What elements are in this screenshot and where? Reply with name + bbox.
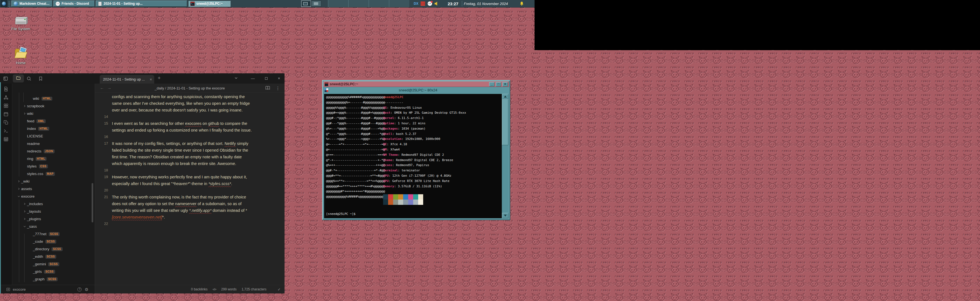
maximize-button[interactable]: □	[496, 82, 501, 86]
panel-handle[interactable]	[8, 1, 10, 6]
editor-paragraph[interactable]: 20	[95, 187, 285, 194]
tree-folder-row[interactable]: _plugins	[12, 215, 95, 223]
panel-left-icon[interactable]	[3, 75, 9, 82]
clock-time[interactable]: 23:27	[448, 0, 458, 7]
chevron-right-icon[interactable]	[23, 218, 27, 221]
settings-gear-icon[interactable]: ⚙	[84, 287, 88, 291]
editor-paragraph[interactable]: 17It was none of my config files, settin…	[95, 140, 285, 167]
workspace-pager[interactable]	[301, 0, 321, 7]
vault-name[interactable]: exocore	[13, 287, 25, 291]
tab-close-icon[interactable]: ×	[150, 77, 152, 82]
tree-file-row[interactable]: readme	[12, 140, 95, 147]
tree-file-row[interactable]: LICENSE	[12, 132, 95, 140]
red-grid-icon[interactable]	[421, 2, 425, 6]
terminal-screen[interactable]: @@@@@@@@@@@@%######%@@@@@@@@@@@@ @@@@@@@…	[324, 94, 502, 218]
backlink-count[interactable]: 0 backlinks	[191, 287, 207, 291]
volume-icon[interactable]	[434, 2, 439, 6]
tree-file-row[interactable]: _directorySCSS	[12, 245, 95, 253]
tree-file-row[interactable]: redirectsJSON	[12, 147, 95, 155]
scroll-down-arrow-icon[interactable]	[502, 213, 508, 218]
search-icon[interactable]	[26, 75, 32, 82]
close-button[interactable]: ✕	[503, 82, 508, 86]
cards-icon[interactable]	[3, 103, 9, 109]
terminator-grid-icon[interactable]	[325, 88, 328, 92]
tree-file-row[interactable]: wikiHTML	[12, 95, 95, 102]
file-explorer-scrollbar[interactable]	[92, 183, 93, 223]
maximize-button[interactable]	[263, 76, 269, 81]
tab-list-chevron-icon[interactable]	[233, 76, 239, 82]
chevron-right-icon[interactable]	[17, 187, 21, 191]
minimize-button[interactable]: _	[489, 82, 495, 86]
chevron-down-icon[interactable]	[23, 225, 27, 228]
note-tab[interactable]: 2024-11-01 - Setting up ... ×	[100, 75, 154, 83]
clock-date[interactable]: Freitag, 01 November 2024	[464, 0, 508, 7]
breadcrumb[interactable]: _daily / 2024-11-01 - Setting up the exo…	[95, 83, 285, 93]
scroll-up-arrow-icon[interactable]	[502, 94, 508, 99]
tree-file-row[interactable]: ringHTML	[12, 155, 95, 162]
tree-file-row[interactable]: _codeSCSS	[12, 238, 95, 245]
applications-menu-button[interactable]	[0, 0, 7, 7]
editor-paragraph[interactable]: 22	[95, 221, 285, 227]
chevron-right-icon[interactable]	[23, 210, 27, 213]
close-button[interactable]: ×	[276, 76, 282, 81]
bookmark-icon[interactable]	[38, 75, 44, 82]
tree-file-row[interactable]: stylesCSS	[12, 162, 95, 170]
table-icon[interactable]	[3, 136, 9, 142]
taskbar-window-button[interactable]: Friends - Discord	[54, 0, 95, 7]
editor-paragraph[interactable]: 21The only thing worth complaining now, …	[95, 194, 285, 221]
copy-icon[interactable]	[3, 120, 9, 125]
help-icon[interactable]: ?	[77, 287, 81, 291]
char-count[interactable]: 1,725 characters	[242, 287, 266, 291]
tree-file-row[interactable]: _girlsSCSS	[12, 268, 95, 275]
chevron-right-icon[interactable]	[23, 112, 27, 115]
taskbar-window-button[interactable]: Markdown Cheat Shee...	[11, 0, 52, 7]
notification-bell-icon[interactable]	[520, 2, 524, 6]
workspace-1[interactable]	[301, 0, 311, 7]
word-count[interactable]: 299 words	[221, 287, 236, 291]
terminal-titlebar[interactable]: sneed@25LPC:~ _ □ ✕	[323, 82, 509, 87]
code-toggle-icon[interactable]: </>	[212, 288, 216, 291]
editor-paragraph[interactable]: 15I even went as far as searching for ot…	[95, 120, 285, 133]
editor-paragraph[interactable]: configs and scanning them for anything s…	[95, 93, 285, 114]
tree-folder-row[interactable]: _layouts	[12, 208, 95, 215]
chevron-right-icon[interactable]	[17, 180, 21, 183]
tree-folder-row[interactable]: _includes	[12, 200, 95, 208]
tree-file-row[interactable]: styles.cssMAP	[12, 170, 95, 178]
desktop-icon-home[interactable]: Home	[8, 47, 34, 65]
editor-content[interactable]: configs and scanning them for anything s…	[95, 93, 285, 285]
tree-file-row[interactable]: _edithSCSS	[12, 253, 95, 260]
tree-folder-row[interactable]: scrapbook	[12, 102, 95, 110]
editor-paragraph[interactable]: 18	[95, 167, 285, 174]
tree-folder-row[interactable]: assets	[12, 185, 95, 192]
tree-folder-row[interactable]: _sass	[12, 223, 95, 230]
tree-file-row[interactable]: _graphSCSS	[12, 275, 95, 283]
tree-folder-row[interactable]: exocore	[12, 192, 95, 200]
scrollbar-thumb[interactable]	[502, 99, 508, 145]
chevron-right-icon[interactable]	[23, 104, 27, 107]
tree-file-row[interactable]: indexHTML	[12, 125, 95, 132]
tree-folder-row[interactable]: _wiki	[12, 178, 95, 185]
taskbar-window-button[interactable]: 2024-11-01 - Setting up...	[96, 0, 187, 7]
graph-icon[interactable]	[3, 95, 9, 100]
workspace-2[interactable]	[312, 0, 321, 7]
taskbar-window-button[interactable]: sneed@25LPC:~	[188, 0, 231, 7]
terminal-prompt-icon[interactable]	[3, 128, 9, 134]
chevron-right-icon[interactable]	[23, 202, 27, 205]
more-options-kebab-icon[interactable]: ⋮	[275, 86, 280, 91]
file-search-icon[interactable]	[3, 86, 9, 92]
editor-paragraph[interactable]: 19However, now everything works perfectl…	[95, 174, 285, 187]
desktop-icon-file-system[interactable]: File System	[8, 17, 34, 31]
chevron-down-icon[interactable]	[17, 195, 21, 198]
files-tab-button[interactable]	[13, 74, 24, 83]
calendar-icon[interactable]	[3, 112, 9, 117]
reading-mode-book-icon[interactable]	[265, 86, 270, 91]
editor-paragraph[interactable]: 14	[95, 114, 285, 120]
tree-file-row[interactable]: _777netSCSS	[12, 230, 95, 238]
tree-file-row[interactable]: feedXML	[12, 117, 95, 125]
editor-paragraph[interactable]: 16	[95, 133, 285, 140]
tree-file-row[interactable]: _geminiSCSS	[12, 260, 95, 268]
terminal-scrollbar[interactable]	[502, 94, 508, 218]
new-tab-button[interactable]: +	[158, 75, 161, 81]
discord-tray-icon[interactable]	[428, 2, 432, 6]
minimize-button[interactable]: —	[250, 76, 256, 81]
